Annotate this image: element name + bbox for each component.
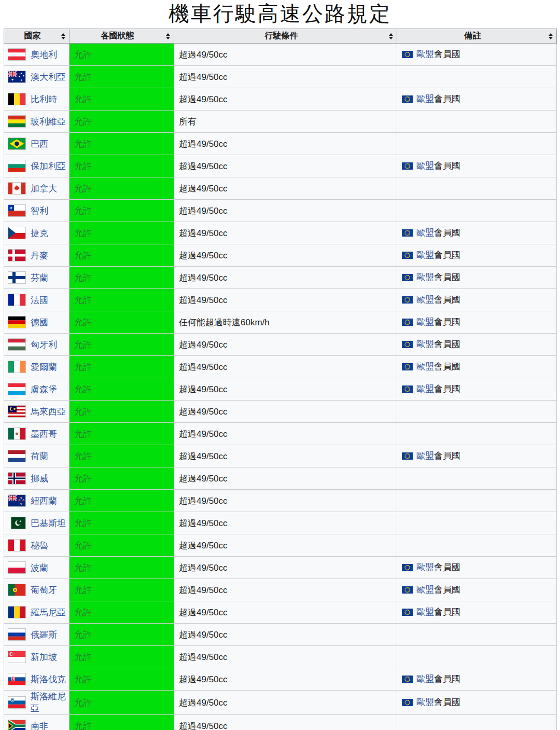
flag-icon-pl[interactable] bbox=[8, 561, 26, 574]
country-link[interactable]: 羅馬尼亞 bbox=[31, 607, 66, 618]
country-link[interactable]: 德國 bbox=[31, 316, 48, 328]
country-link[interactable]: 智利 bbox=[31, 205, 48, 217]
sort-icon[interactable] bbox=[166, 33, 170, 39]
country-link[interactable]: 法國 bbox=[31, 294, 48, 306]
eu-flag-icon[interactable] bbox=[402, 564, 413, 571]
flag-icon-za[interactable] bbox=[8, 720, 26, 730]
eu-flag-icon[interactable] bbox=[402, 676, 413, 683]
eu-link[interactable]: 歐盟 bbox=[416, 295, 434, 305]
eu-flag-icon[interactable] bbox=[402, 162, 413, 170]
eu-flag-icon[interactable] bbox=[402, 609, 413, 616]
column-header-4[interactable]: 備註 bbox=[397, 29, 557, 44]
country-link[interactable]: 南非 bbox=[31, 720, 48, 730]
flag-icon-sk[interactable] bbox=[8, 673, 26, 685]
country-link[interactable]: 玻利維亞 bbox=[31, 116, 66, 128]
country-link[interactable]: 比利時 bbox=[31, 93, 57, 105]
country-link[interactable]: 捷克 bbox=[31, 227, 48, 239]
country-link[interactable]: 斯洛伐克 bbox=[31, 673, 66, 685]
flag-icon-cz[interactable] bbox=[8, 227, 26, 239]
flag-icon-hu[interactable] bbox=[8, 338, 26, 351]
eu-flag-icon[interactable] bbox=[402, 51, 413, 58]
flag-icon-be[interactable] bbox=[8, 93, 26, 105]
eu-link[interactable]: 歐盟 bbox=[416, 607, 434, 617]
flag-icon-fr[interactable] bbox=[8, 294, 26, 306]
flag-icon-no[interactable] bbox=[8, 472, 26, 485]
column-header-1[interactable]: 國家 bbox=[4, 29, 69, 44]
eu-flag-icon[interactable] bbox=[402, 296, 413, 304]
sort-icon[interactable] bbox=[549, 33, 553, 39]
sort-icon[interactable] bbox=[61, 33, 65, 39]
country-link[interactable]: 奧地利 bbox=[31, 49, 57, 61]
column-header-2[interactable]: 各國狀態 bbox=[69, 29, 174, 44]
flag-icon-br[interactable] bbox=[8, 137, 26, 150]
eu-flag-icon[interactable] bbox=[402, 363, 413, 370]
eu-link[interactable]: 歐盟 bbox=[416, 674, 434, 684]
flag-icon-lu[interactable] bbox=[8, 383, 26, 395]
country-link[interactable]: 丹麥 bbox=[31, 250, 48, 261]
country-link[interactable]: 馬來西亞 bbox=[31, 406, 66, 418]
flag-icon-pt[interactable] bbox=[8, 584, 26, 596]
country-link[interactable]: 加拿大 bbox=[31, 183, 57, 195]
eu-link[interactable]: 歐盟 bbox=[416, 228, 434, 238]
eu-flag-icon[interactable] bbox=[402, 699, 413, 706]
country-link[interactable]: 秘魯 bbox=[31, 540, 48, 552]
flag-icon-pe[interactable] bbox=[8, 539, 26, 552]
flag-icon-at[interactable] bbox=[8, 48, 26, 61]
flag-icon-dk[interactable] bbox=[8, 249, 26, 261]
country-link[interactable]: 芬蘭 bbox=[31, 272, 48, 284]
country-link[interactable]: 紐西蘭 bbox=[31, 495, 57, 507]
eu-link[interactable]: 歐盟 bbox=[416, 451, 434, 461]
flag-icon-de[interactable] bbox=[8, 316, 26, 328]
flag-icon-my[interactable] bbox=[8, 405, 26, 418]
eu-flag-icon[interactable] bbox=[402, 385, 413, 393]
eu-link[interactable]: 歐盟 bbox=[416, 161, 434, 171]
eu-link[interactable]: 歐盟 bbox=[416, 317, 434, 327]
country-link[interactable]: 波蘭 bbox=[31, 562, 48, 574]
sort-icon[interactable] bbox=[389, 33, 393, 39]
country-link[interactable]: 澳大利亞 bbox=[31, 71, 66, 83]
eu-flag-icon[interactable] bbox=[402, 274, 413, 281]
country-link[interactable]: 斯洛維尼亞 bbox=[31, 691, 67, 714]
country-link[interactable]: 墨西哥 bbox=[31, 428, 57, 440]
flag-icon-ca[interactable] bbox=[8, 182, 26, 195]
flag-icon-bo[interactable] bbox=[8, 115, 26, 128]
eu-flag-icon[interactable] bbox=[402, 341, 413, 348]
eu-link[interactable]: 歐盟 bbox=[416, 697, 434, 707]
eu-flag-icon[interactable] bbox=[402, 319, 413, 326]
country-link[interactable]: 愛爾蘭 bbox=[31, 361, 57, 373]
country-link[interactable]: 新加坡 bbox=[31, 651, 57, 663]
eu-flag-icon[interactable] bbox=[402, 95, 413, 103]
flag-icon-nl[interactable] bbox=[8, 450, 26, 462]
country-link[interactable]: 荷蘭 bbox=[31, 450, 48, 462]
eu-link[interactable]: 歐盟 bbox=[416, 585, 434, 595]
flag-icon-si[interactable] bbox=[8, 696, 26, 709]
flag-icon-mx[interactable] bbox=[8, 428, 26, 440]
country-link[interactable]: 巴基斯坦 bbox=[31, 517, 66, 529]
country-link[interactable]: 匈牙利 bbox=[31, 339, 57, 351]
eu-link[interactable]: 歐盟 bbox=[416, 94, 434, 104]
flag-icon-cl[interactable] bbox=[8, 204, 26, 217]
eu-link[interactable]: 歐盟 bbox=[416, 250, 434, 260]
flag-icon-ie[interactable] bbox=[8, 361, 26, 373]
country-link[interactable]: 俄羅斯 bbox=[31, 629, 57, 641]
country-link[interactable]: 盧森堡 bbox=[31, 383, 57, 395]
country-link[interactable]: 挪威 bbox=[31, 473, 48, 485]
flag-icon-sg[interactable] bbox=[8, 651, 26, 663]
country-link[interactable]: 保加利亞 bbox=[31, 160, 66, 172]
flag-icon-fi[interactable] bbox=[8, 271, 26, 284]
eu-link[interactable]: 歐盟 bbox=[416, 339, 434, 349]
eu-link[interactable]: 歐盟 bbox=[416, 362, 434, 371]
flag-icon-nz[interactable] bbox=[8, 494, 26, 507]
eu-flag-icon[interactable] bbox=[402, 586, 413, 594]
country-link[interactable]: 巴西 bbox=[31, 138, 48, 150]
eu-link[interactable]: 歐盟 bbox=[416, 562, 434, 572]
flag-icon-bg[interactable] bbox=[8, 160, 26, 172]
column-header-3[interactable]: 行駛條件 bbox=[174, 29, 397, 44]
eu-link[interactable]: 歐盟 bbox=[416, 272, 434, 282]
eu-flag-icon[interactable] bbox=[402, 229, 413, 237]
eu-link[interactable]: 歐盟 bbox=[416, 49, 434, 59]
flag-icon-ru[interactable] bbox=[8, 628, 26, 641]
eu-flag-icon[interactable] bbox=[402, 252, 413, 259]
country-link[interactable]: 葡萄牙 bbox=[31, 584, 57, 596]
flag-icon-pk[interactable] bbox=[8, 517, 26, 529]
